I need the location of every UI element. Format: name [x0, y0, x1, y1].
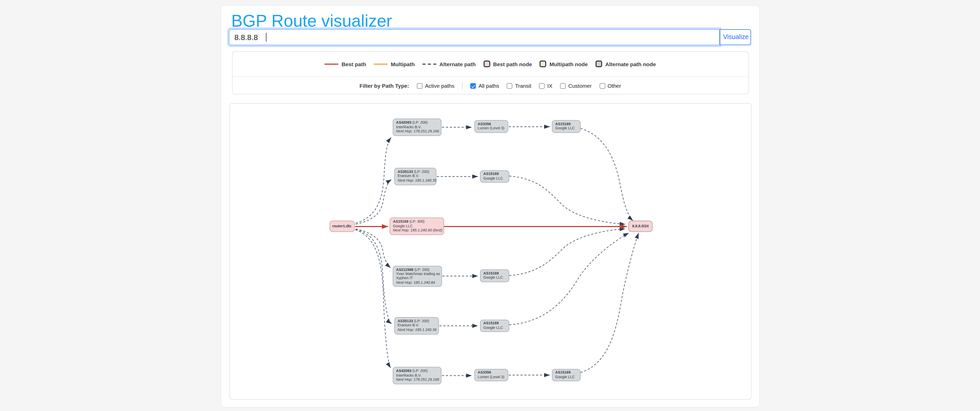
graph-node-as42093-r6a[interactable]: AS42093 (LP: 200)InterRacks B.V.Next Hop…	[393, 367, 441, 384]
graph-node-as15169-r6c[interactable]: AS15169Google LLC	[552, 369, 580, 381]
legend-label: Multipath	[391, 61, 415, 67]
legend-panel: Best pathMultipathAlternate pathBest pat…	[232, 51, 749, 94]
legend-row: Best pathMultipathAlternate pathBest pat…	[232, 52, 748, 77]
filter-option-transit: Transit	[507, 83, 531, 89]
edge-router-to-as42093-bottom	[355, 230, 390, 368]
text-caret	[266, 33, 266, 41]
graph-node-as211588-r4a[interactable]: AS211588 (LP: 200)Yvan Watchman trading …	[393, 265, 442, 287]
legend-label: Multipath node	[550, 61, 588, 67]
checkbox-active-paths[interactable]	[417, 83, 423, 89]
legend-item-best-path-node: Best path node	[483, 60, 532, 67]
checkbox-transit[interactable]	[507, 83, 512, 89]
legend-label: Best path	[342, 61, 366, 67]
filter-option-active-paths: Active paths	[417, 83, 454, 89]
filter-option-all-paths: All paths	[470, 83, 499, 89]
graph-node-as35133-r2a[interactable]: AS35133 (LP: 200)Eranium B.V.Next Hop: 1…	[394, 168, 436, 185]
graph-node-router1-dtc-router[interactable]: router1.dtc	[329, 221, 355, 232]
checkbox-label: All paths	[479, 83, 499, 89]
graph-node-as3356-r1b[interactable]: AS3356Lumen (Level 3)	[474, 120, 508, 133]
edge-as15169-r2-to-dest	[509, 176, 625, 224]
graph-node-as35133-r5a[interactable]: AS35133 (LP: 200)Eranium B.V.Next Hop: 1…	[394, 317, 439, 334]
legend-label: Alternate path	[439, 61, 476, 67]
checkbox-customer[interactable]	[560, 83, 566, 89]
legend-item-best-path: Best path	[325, 61, 366, 67]
edge-router-to-as35133-r2	[355, 179, 391, 224]
checkbox-label: Other	[608, 83, 621, 89]
legend-label: Best path node	[493, 61, 532, 67]
graph-canvas	[230, 103, 751, 400]
edge-as15169-r1-to-dest	[580, 128, 633, 221]
graph-node-as15169-r5b[interactable]: AS15169Google LLC	[480, 319, 509, 332]
checkbox-label: IX	[547, 83, 552, 89]
graph-node-as15169-r1c[interactable]: AS15169Google LLC	[552, 120, 580, 133]
filter-title: Filter by Path Type:	[360, 83, 409, 89]
edge-as15169-r6-to-dest	[580, 233, 638, 372]
filter-row: Filter by Path Type: Active pathsAll pat…	[232, 77, 748, 95]
legend-item-alternate-path-node: Alternate path node	[595, 60, 656, 67]
main-card: BGP Route visualizer Visualize Best path…	[221, 5, 759, 408]
multipath-line-swatch	[374, 63, 388, 64]
checkbox-ix[interactable]	[539, 83, 545, 89]
legend-item-alternate-path: Alternate path	[423, 61, 476, 67]
edge-as15169-r4-to-dest	[509, 229, 625, 275]
edge-router-to-as35133-r5	[355, 229, 391, 324]
filter-divider	[462, 82, 463, 89]
page-title: BGP Route visualizer	[231, 11, 392, 31]
graph-node-as15169-r2b[interactable]: AS15169Google LLC	[480, 170, 509, 182]
filter-option-ix: IX	[539, 83, 552, 89]
filter-option-customer: Customer	[560, 83, 592, 89]
graph-node-8-8-8-0-24-dest[interactable]: 8.8.8.0/24	[628, 221, 652, 232]
best-path-line-swatch	[325, 63, 339, 64]
graph-node-as15169-best[interactable]: AS15169 (LP: 300)Google LLCNext Hop: 185…	[390, 217, 444, 235]
best-path-node-swatch	[483, 60, 490, 67]
edge-router-to-as211588	[355, 229, 390, 268]
legend-item-multipath: Multipath	[374, 61, 415, 67]
edge-router-to-as42093-top	[355, 137, 391, 223]
alternate-path-node-swatch	[595, 60, 602, 67]
checkbox-label: Customer	[568, 83, 592, 89]
checkbox-label: Transit	[515, 83, 531, 89]
page: BGP Route visualizer Visualize Best path…	[0, 0, 980, 411]
alternate-path-line-swatch	[423, 63, 436, 64]
bgp-graph: router1.dtcAS42093 (LP: 200)InterRacks B…	[229, 103, 751, 400]
multipath-node-swatch	[540, 60, 546, 67]
prefix-input[interactable]	[229, 29, 719, 45]
visualize-button[interactable]: Visualize	[719, 29, 751, 45]
graph-node-as3356-r6b[interactable]: AS3356Lumen (Level 3)	[474, 369, 508, 381]
checkbox-label: Active paths	[425, 83, 454, 89]
graph-node-as42093-r1a[interactable]: AS42093 (LP: 200)InterRacks B.V.Next Hop…	[393, 119, 441, 136]
legend-item-multipath-node: Multipath node	[540, 60, 588, 67]
legend-label: Alternate path node	[605, 61, 656, 67]
filter-option-other: Other	[599, 83, 621, 89]
search-row: Visualize	[229, 29, 751, 45]
checkbox-all-paths[interactable]	[470, 83, 476, 89]
edge-as15169-r5-to-dest	[509, 233, 628, 325]
graph-node-as15169-r4b[interactable]: AS15169Google LLC	[480, 270, 509, 282]
checkbox-other[interactable]	[599, 83, 605, 89]
